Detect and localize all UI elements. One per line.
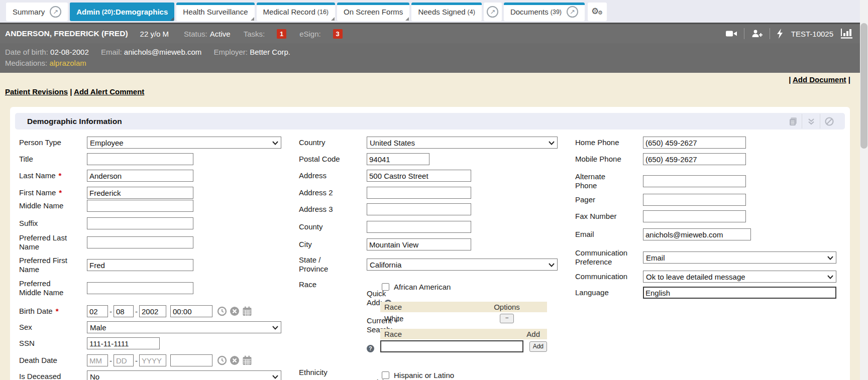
home-phone-field[interactable]	[643, 137, 746, 149]
first-name-field[interactable]	[87, 187, 193, 199]
field-label: Pager	[575, 195, 643, 204]
open-new-window-icon[interactable]: ↗	[487, 6, 498, 18]
postal-code-field[interactable]	[367, 153, 429, 165]
field-label: Language	[575, 288, 643, 297]
lightning-icon[interactable]	[777, 29, 784, 39]
address2-field[interactable]	[367, 187, 471, 199]
race-add-input[interactable]	[380, 340, 523, 352]
field-label: Is Deceased	[19, 372, 87, 380]
birth-day-field[interactable]	[114, 305, 134, 317]
death-time-field[interactable]	[170, 354, 212, 366]
patient-header-bar: ANDERSON, FREDERICK (FRED) 22 y/o M Stat…	[0, 23, 860, 43]
county-field[interactable]	[367, 221, 471, 233]
scrollbar-thumb[interactable]	[860, 23, 867, 149]
state-select[interactable]: California	[367, 259, 558, 271]
add-document-line: | Add Document |	[789, 75, 850, 84]
tab-documents[interactable]: Documents(39) ↗	[504, 3, 585, 21]
video-call-icon[interactable]	[725, 29, 737, 38]
ssn-field[interactable]	[87, 337, 160, 349]
address-row: Address	[299, 170, 471, 182]
disable-circle-slash-icon[interactable]	[820, 114, 838, 129]
remove-race-button[interactable]: −	[500, 314, 514, 323]
needs-signed-popout[interactable]: ↗	[484, 3, 502, 21]
last-name-field[interactable]	[87, 170, 193, 182]
address3-field[interactable]	[367, 203, 471, 215]
calendar-icon[interactable]	[242, 355, 252, 365]
birth-year-field[interactable]	[139, 305, 166, 317]
esign-label: eSign:	[299, 30, 321, 38]
flowsheet-chart-icon[interactable]	[841, 29, 853, 39]
clear-date-icon[interactable]	[230, 306, 240, 316]
clear-date-icon[interactable]	[230, 355, 240, 365]
tab-needs-signed[interactable]: Needs Signed(4)	[411, 3, 482, 21]
alternate-phone-row: Alternate Phone	[575, 171, 746, 191]
pager-field[interactable]	[643, 194, 746, 206]
communication-preference-select[interactable]: Email	[643, 251, 836, 264]
patient-revisions-link[interactable]: Patient Revisions	[5, 87, 68, 96]
tab-label: On Screen Forms	[344, 8, 403, 16]
clock-icon[interactable]	[217, 306, 227, 316]
death-month-field[interactable]	[87, 354, 108, 366]
preferred-first-name-field[interactable]	[87, 259, 193, 271]
tab-on-screen-forms[interactable]: On Screen Forms	[337, 3, 409, 21]
tasks-badge[interactable]: 1	[277, 29, 286, 39]
tab-label: Admin	[76, 8, 100, 16]
preferred-middle-name-field[interactable]	[87, 282, 193, 294]
field-label: Birth Date*	[19, 307, 87, 316]
settings-gear-button[interactable]: ⚙ ⚙	[588, 3, 607, 21]
tab-admin-demographics[interactable]: Admin(20):Demographics	[70, 3, 174, 21]
title-field[interactable]	[87, 153, 193, 165]
checkbox-label: Hispanic or Latino	[394, 371, 454, 379]
tab-health-surveillance[interactable]: Health Surveillance	[176, 3, 254, 21]
help-icon[interactable]: ?	[367, 345, 374, 352]
person-type-row: Person Type Employee	[19, 137, 281, 149]
open-new-window-icon[interactable]: ↗	[567, 6, 578, 18]
journal-icon[interactable]	[784, 114, 802, 129]
african-american-checkbox[interactable]	[382, 283, 389, 291]
date-separator: -	[135, 356, 138, 365]
alternate-phone-field[interactable]	[643, 175, 746, 187]
add-document-link[interactable]: Add Document	[793, 75, 846, 84]
tab-summary[interactable]: Summary ↗	[6, 3, 68, 21]
sex-select[interactable]: Male	[87, 321, 281, 333]
race-table-header: Race Options	[380, 302, 547, 312]
tab-medical-record[interactable]: Medical Record(16)	[257, 3, 335, 21]
field-label: Communication Preference	[575, 248, 643, 267]
add-person-icon[interactable]	[751, 29, 763, 38]
race-add-button[interactable]: Add	[529, 341, 547, 352]
language-field[interactable]	[643, 287, 836, 299]
birth-time-field[interactable]	[170, 305, 212, 317]
dob-label: Date of birth:	[5, 48, 48, 56]
middle-name-field[interactable]	[87, 200, 193, 212]
mobile-phone-row: Mobile Phone	[575, 153, 746, 165]
death-year-field[interactable]	[139, 354, 166, 366]
communication-select[interactable]: Ok to leave detailed message	[643, 271, 836, 283]
death-day-field[interactable]	[114, 354, 134, 366]
fax-number-field[interactable]	[643, 210, 746, 222]
city-field[interactable]	[367, 238, 471, 250]
collapse-chevron-icon[interactable]	[802, 114, 820, 129]
preferred-last-name-field[interactable]	[87, 236, 193, 248]
clock-icon[interactable]	[217, 355, 227, 365]
date-separator: -	[110, 356, 112, 365]
mobile-phone-field[interactable]	[643, 153, 746, 165]
status-label: Status:	[184, 30, 207, 38]
esign-badge[interactable]: 3	[333, 29, 343, 39]
first-name-row: First Name*	[19, 187, 193, 199]
hispanic-latino-checkbox[interactable]	[382, 371, 389, 379]
add-alert-comment-link[interactable]: Add Alert Comment	[74, 87, 144, 96]
open-new-window-icon[interactable]: ↗	[50, 6, 61, 18]
state-row: State / Province California	[299, 255, 558, 275]
address-field[interactable]	[367, 170, 471, 182]
is-deceased-select[interactable]: No	[87, 370, 281, 380]
calendar-icon[interactable]	[242, 306, 252, 316]
person-type-select[interactable]: Employee	[87, 137, 281, 149]
vertical-scrollbar[interactable]	[860, 0, 868, 380]
birth-month-field[interactable]	[87, 305, 108, 317]
field-label: Postal Code	[299, 155, 367, 164]
medications-value[interactable]: alprazolam	[49, 59, 86, 67]
email-field[interactable]	[643, 228, 751, 240]
suffix-field[interactable]	[87, 217, 193, 229]
country-select[interactable]: United States	[367, 137, 558, 149]
pager-row: Pager	[575, 194, 746, 206]
